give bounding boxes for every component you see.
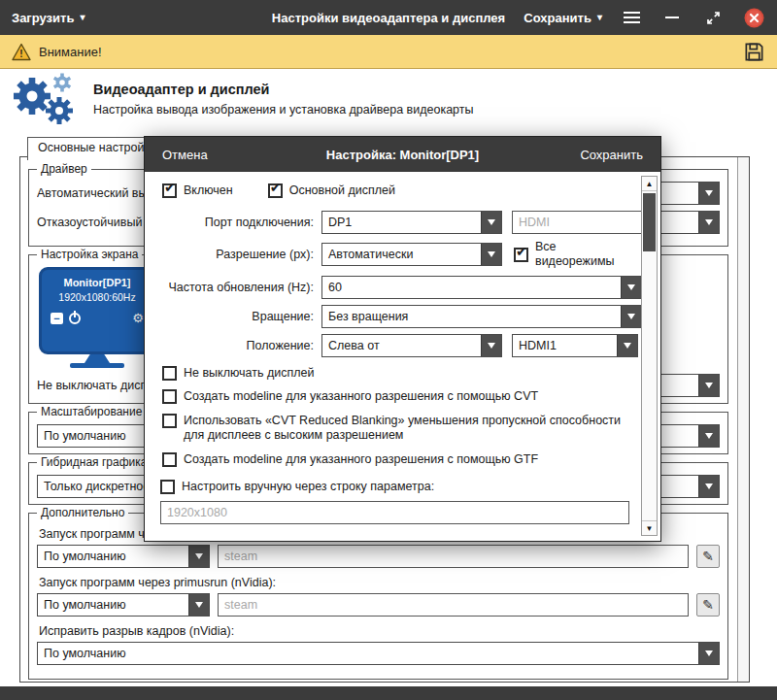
position-select[interactable]: Слева от [321,334,502,357]
scroll-up-button[interactable]: ▲ [642,177,657,191]
position-target-select[interactable]: HDMI1 [512,334,638,357]
arrow-up-icon: ▲ [646,180,654,188]
port-custom-input[interactable] [512,211,643,234]
chevron-down-icon [481,335,501,356]
primus-edit-button[interactable]: ✎ [696,593,720,617]
tearfree-select[interactable]: По умолчанию [37,642,720,665]
scroll-thumb[interactable] [643,193,656,251]
port-select[interactable]: DP1 [321,211,502,234]
checkbox-icon: ✔ [162,183,177,198]
optimus-edit-button[interactable]: ✎ [696,545,720,568]
caret-down-icon: ▾ [80,13,84,22]
hybrid-legend: Гибридная графика [37,455,151,470]
monitor-stand [84,354,110,363]
hamburger-icon [624,12,640,23]
primus-mode-select[interactable]: По умолчанию [37,593,210,617]
dpms-checkbox[interactable]: ✔ Не выключать дисплей [162,366,627,382]
checkbox-icon: ✔ [162,389,177,404]
chevron-down-icon [698,425,719,447]
svg-text:!: ! [19,48,22,58]
warning-text: Внимание! [39,45,102,59]
chevron-down-icon [621,306,641,327]
dpms-label: Не выключать диспле [37,379,161,392]
page-header: Видеоадаптер и дисплей Настройка вывода … [0,69,777,129]
manual-mode-input[interactable] [160,501,629,524]
refresh-rate-select[interactable]: 60 [321,276,642,299]
close-button[interactable] [742,6,765,29]
monitor-graphic[interactable]: Monitor[DP1] 1920x1080:60Hz − ⚙ [39,267,155,354]
close-icon [744,8,764,28]
scroll-down-button[interactable]: ▼ [642,520,657,535]
fullscreen-button[interactable] [701,6,725,29]
floppy-disk-icon [743,41,765,63]
monitor-settings-icon[interactable]: ⚙ [132,313,144,324]
form-scrollbar[interactable] [737,157,749,682]
monitor-power-icon[interactable] [69,313,81,324]
port-label: Порт подключения: [160,216,314,229]
chevron-down-icon [698,375,719,396]
additional-legend: Дополнительно [37,506,128,520]
enabled-checkbox[interactable]: ✔ Включен [162,183,233,199]
rotation-select[interactable]: Без вращения [321,305,642,328]
cvt-reduced-blanking-checkbox[interactable]: ✔ Использовать «CVT Reduced Blanking» ум… [162,414,627,444]
warning-icon: ! [12,43,31,61]
save-menu-label: Сохранить [524,11,591,25]
checkbox-icon: ✔ [162,452,177,467]
pencil-icon: ✎ [702,597,714,613]
monitor-settings-dialog: Отмена Настройка: Monitor[DP1] Сохранить… [144,136,661,542]
chevron-down-icon [617,335,637,356]
position-label: Положение: [160,339,314,352]
chevron-down-icon [698,643,719,664]
primus-command-input[interactable] [218,593,689,617]
save-settings-button[interactable] [743,41,765,63]
chevron-down-icon [621,277,641,298]
arrow-down-icon: ▼ [646,524,654,533]
resolution-select[interactable]: Автоматически [321,243,502,266]
checkbox-icon: ✔ [514,248,528,262]
load-menu-label: Загрузить [12,11,74,25]
dialog-scrollbar[interactable]: ▲ ▼ [641,176,658,536]
gtf-checkbox[interactable]: ✔ Создать modeline для указанного разреш… [162,452,627,468]
manual-mode-checkbox[interactable]: ✔ Настроить вручную через строку парамет… [160,480,629,495]
minimize-button[interactable] [660,6,684,29]
page-subtitle: Настройка вывода изображения и установка… [93,103,474,117]
chevron-down-icon [188,594,209,616]
chevron-down-icon [698,212,719,233]
pencil-icon: ✎ [702,549,714,564]
caret-down-icon: ▾ [597,13,602,22]
save-menu-button[interactable]: Сохранить ▾ [524,11,602,25]
monitor-disable-icon[interactable]: − [51,313,63,324]
gears-icon [8,71,80,127]
chevron-down-icon [188,546,209,567]
resolution-label: Разрешение (px): [160,248,314,261]
dialog-body: ✔ Включен ✔ Основной дисплей Порт подклю… [145,172,660,541]
screen-legend: Настройка экрана [37,248,142,262]
minimize-icon [665,17,679,18]
tearfree-label: Исправить разрыв кадров (nVidia): [39,624,718,638]
chevron-down-icon [481,212,501,233]
optimus-command-input[interactable] [218,545,689,568]
monitor-mode: 1920x1080:60Hz [42,291,152,303]
dialog-save-button[interactable]: Сохранить [580,148,643,162]
driver-legend: Драйвер [37,162,91,177]
expand-icon [706,11,721,25]
checkbox-icon: ✔ [268,183,283,198]
refresh-rate-label: Частота обновления (Hz): [160,281,314,294]
monitor-widget[interactable]: Monitor[DP1] 1920x1080:60Hz − ⚙ ★ [39,267,155,368]
load-menu-button[interactable]: Загрузить ▾ [12,11,84,25]
checkbox-icon: ✔ [162,366,177,381]
app-window: Загрузить ▾ Настройки видеоадаптера и ди… [0,0,777,700]
monitor-base [70,363,124,368]
warning-bar: ! Внимание! [0,35,777,69]
all-modes-checkbox[interactable]: ✔ Все видеорежимы [514,240,629,270]
optimus-mode-select[interactable]: По умолчанию [37,545,210,568]
monitor-name: Monitor[DP1] [42,277,152,288]
cvt-checkbox[interactable]: ✔ Создать modeline для указанного разреш… [162,389,627,405]
chevron-down-icon [698,183,719,204]
page-title: Видеоадаптер и дисплей [93,82,474,97]
dialog-cancel-button[interactable]: Отмена [162,148,208,162]
dialog-header: Отмена Настройка: Monitor[DP1] Сохранить [145,137,660,172]
main-menu-button[interactable] [620,6,643,29]
primary-display-checkbox[interactable]: ✔ Основной дисплей [268,183,395,199]
statusbar [0,686,777,700]
